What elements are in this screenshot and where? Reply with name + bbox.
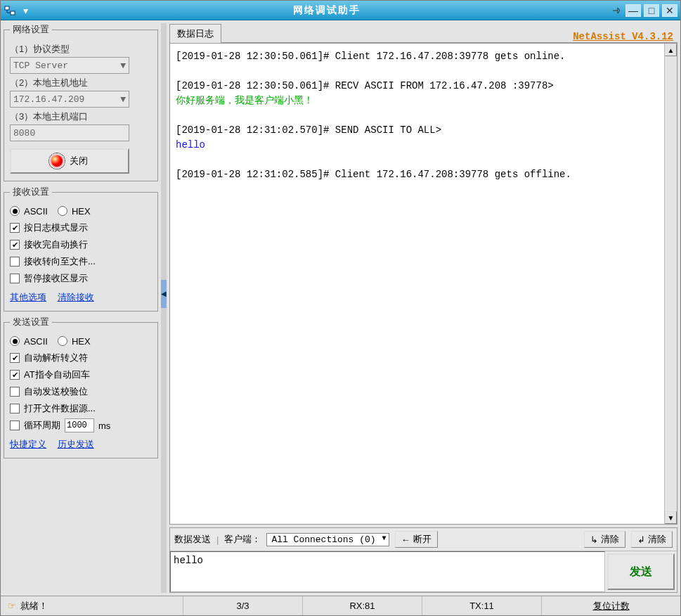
clear-right-button[interactable]: ↲ 清除 bbox=[631, 531, 673, 548]
return-icon: ↳ bbox=[590, 534, 598, 545]
connection-select[interactable]: All Connections (0) bbox=[266, 533, 389, 546]
log-area: [2019-01-28 12:30:50.061]# Client 172.16… bbox=[169, 43, 677, 525]
send-tab-label: 数据发送 bbox=[174, 533, 211, 546]
arrow-left-icon: ← bbox=[401, 534, 410, 545]
send-openfile-label: 打开文件数据源... bbox=[24, 402, 96, 415]
send-hex-label: HEX bbox=[72, 336, 91, 347]
log-content[interactable]: [2019-01-28 12:30:50.061]# Client 172.16… bbox=[170, 44, 664, 524]
recv-newline-checkbox[interactable] bbox=[10, 240, 20, 250]
status-tx: TX:11 bbox=[422, 596, 542, 615]
recv-logmode-label: 按日志模式显示 bbox=[24, 222, 88, 234]
recv-ascii-label: ASCII bbox=[24, 206, 48, 217]
version-label[interactable]: NetAssist V4.3.12 bbox=[573, 31, 677, 42]
receive-settings-group: 接收设置 ASCII HEX 按日志模式显示 接收完自动换行 接 bbox=[4, 186, 158, 312]
svg-rect-0 bbox=[5, 6, 9, 10]
maximize-button[interactable]: □ bbox=[644, 4, 659, 17]
port-label: （3）本地主机端口 bbox=[10, 110, 152, 123]
recv-hex-radio[interactable] bbox=[58, 206, 67, 216]
log-line: hello bbox=[176, 138, 659, 153]
chevron-down-icon: ▼ bbox=[120, 60, 126, 71]
splitter-handle-icon[interactable]: ◀ bbox=[161, 280, 167, 308]
host-select[interactable]: 172.16.47.209 ▼ bbox=[10, 91, 129, 108]
send-escape-label: 自动解析转义符 bbox=[24, 352, 88, 364]
send-quickdef-link[interactable]: 快捷定义 bbox=[10, 439, 46, 449]
recv-pause-label: 暂停接收区显示 bbox=[24, 272, 88, 285]
recv-newline-label: 接收完自动换行 bbox=[24, 238, 88, 251]
log-tab[interactable]: 数据日志 bbox=[169, 24, 221, 43]
send-settings-group: 发送设置 ASCII HEX 自动解析转义符 AT指令自动回车 bbox=[4, 316, 158, 458]
recv-clear-link[interactable]: 清除接收 bbox=[58, 292, 94, 302]
scrollbar[interactable]: ▲ ▼ bbox=[664, 44, 677, 524]
splitter[interactable]: ◀ bbox=[161, 23, 167, 593]
send-ascii-radio[interactable] bbox=[10, 336, 20, 346]
statusbar: ☞ 就绪！ 3/3 RX:81 TX:11 复位计数 bbox=[1, 596, 680, 615]
send-loop-label-pre: 循环周期 bbox=[24, 419, 60, 432]
port-value: 8080 bbox=[13, 128, 35, 139]
recv-tofile-checkbox[interactable] bbox=[10, 257, 20, 267]
app-body: 网络设置 （1）协议类型 TCP Server ▼ （2）本地主机地址 172.… bbox=[1, 20, 680, 596]
send-openfile-checkbox[interactable] bbox=[10, 404, 20, 413]
titlebar: ▾ 网络调试助手 — □ ✕ bbox=[1, 1, 680, 20]
send-escape-checkbox[interactable] bbox=[10, 353, 20, 363]
host-label: （2）本地主机地址 bbox=[10, 77, 152, 89]
log-line bbox=[176, 64, 659, 79]
recv-ascii-radio[interactable] bbox=[10, 206, 20, 216]
dropdown-icon[interactable]: ▾ bbox=[19, 4, 32, 17]
client-label: 客户端： bbox=[224, 533, 261, 546]
pin-icon[interactable] bbox=[610, 4, 623, 17]
log-line: [2019-01-28 12:30:50.061]# Client 172.16… bbox=[176, 49, 659, 64]
send-loop-input[interactable] bbox=[65, 418, 94, 432]
disconnect-button[interactable]: ← 断开 bbox=[395, 531, 438, 548]
scroll-up-icon[interactable]: ▲ bbox=[665, 44, 677, 56]
sidebar: 网络设置 （1）协议类型 TCP Server ▼ （2）本地主机地址 172.… bbox=[4, 23, 158, 593]
log-line bbox=[176, 153, 659, 167]
close-connection-button[interactable]: 关闭 bbox=[10, 148, 129, 174]
send-button[interactable]: 发送 bbox=[607, 553, 675, 590]
app-icon bbox=[4, 4, 16, 17]
scroll-track[interactable] bbox=[665, 56, 677, 511]
protocol-select[interactable]: TCP Server ▼ bbox=[10, 57, 129, 74]
chevron-down-icon: ▼ bbox=[120, 94, 126, 105]
status-count: 3/3 bbox=[183, 596, 303, 615]
record-icon bbox=[51, 155, 63, 167]
port-input[interactable]: 8080 bbox=[10, 124, 129, 141]
return-icon: ↲ bbox=[637, 534, 645, 545]
send-hex-radio[interactable] bbox=[58, 336, 67, 346]
recv-other-options-link[interactable]: 其他选项 bbox=[10, 292, 46, 302]
protocol-value: TCP Server bbox=[13, 60, 68, 71]
send-atcr-label: AT指令自动回车 bbox=[24, 368, 90, 381]
pointer-icon: ☞ bbox=[8, 601, 16, 611]
send-legend: 发送设置 bbox=[10, 316, 52, 328]
send-header: 数据发送 | 客户端： All Connections (0) ← 断开 ↳ 清… bbox=[170, 528, 677, 551]
minimize-button[interactable]: — bbox=[625, 4, 641, 17]
scroll-down-icon[interactable]: ▼ bbox=[665, 511, 677, 524]
status-ready: ☞ 就绪！ bbox=[1, 596, 183, 615]
send-panel: 数据发送 | 客户端： All Connections (0) ← 断开 ↳ 清… bbox=[169, 527, 677, 593]
clear-left-button[interactable]: ↳ 清除 bbox=[584, 531, 625, 548]
send-autocheck-label: 自动发送校验位 bbox=[24, 385, 88, 398]
recv-pause-checkbox[interactable] bbox=[10, 274, 20, 283]
log-line: [2019-01-28 12:30:50.061]# RECV ASCII FR… bbox=[176, 79, 659, 94]
send-autocheck-checkbox[interactable] bbox=[10, 387, 20, 397]
send-input[interactable]: hello bbox=[170, 551, 605, 592]
send-ascii-label: ASCII bbox=[24, 336, 48, 347]
recv-legend: 接收设置 bbox=[10, 186, 52, 198]
recv-logmode-checkbox[interactable] bbox=[10, 223, 20, 233]
status-ready-text: 就绪！ bbox=[20, 600, 48, 612]
close-button-label: 关闭 bbox=[70, 155, 88, 167]
log-line: [2019-01-28 12:31:02.585]# Client 172.16… bbox=[176, 167, 659, 182]
send-loop-checkbox[interactable] bbox=[10, 421, 20, 430]
log-line: 你好服务端，我是客户端小黑！ bbox=[176, 94, 659, 108]
log-line: [2019-01-28 12:31:02.570]# SEND ASCII TO… bbox=[176, 123, 659, 138]
recv-hex-label: HEX bbox=[72, 206, 91, 217]
svg-rect-1 bbox=[11, 11, 15, 15]
log-line bbox=[176, 108, 659, 123]
close-window-button[interactable]: ✕ bbox=[662, 4, 677, 17]
send-loop-unit: ms bbox=[98, 421, 110, 431]
recv-tofile-label: 接收转向至文件... bbox=[24, 255, 96, 268]
network-legend: 网络设置 bbox=[10, 23, 52, 36]
send-history-link[interactable]: 历史发送 bbox=[58, 439, 94, 449]
send-atcr-checkbox[interactable] bbox=[10, 370, 20, 380]
reset-count-button[interactable]: 复位计数 bbox=[542, 600, 680, 612]
network-settings-group: 网络设置 （1）协议类型 TCP Server ▼ （2）本地主机地址 172.… bbox=[4, 23, 158, 181]
